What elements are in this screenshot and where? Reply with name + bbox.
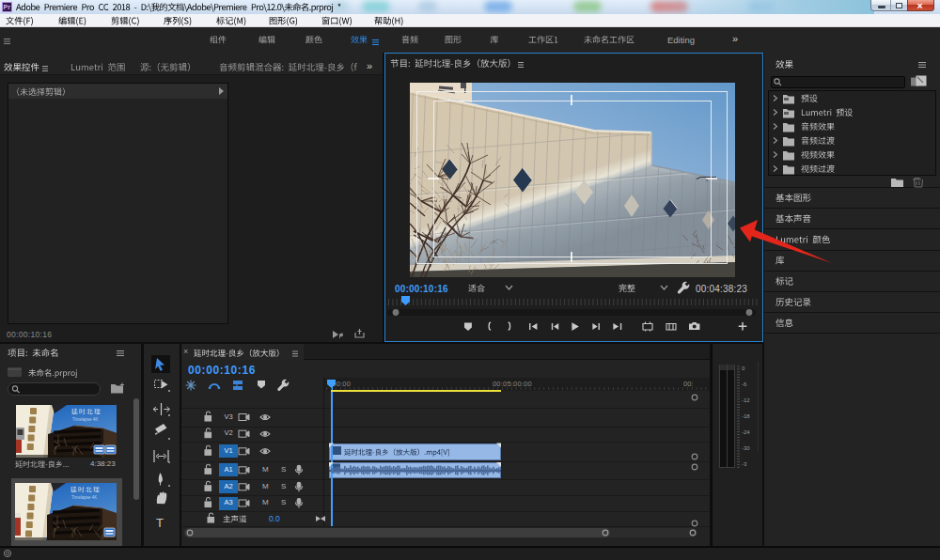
svg-text:Timelapse 4K: Timelapse 4K bbox=[71, 495, 97, 500]
svg-text:Timelapse 4K: Timelapse 4K bbox=[72, 417, 98, 422]
